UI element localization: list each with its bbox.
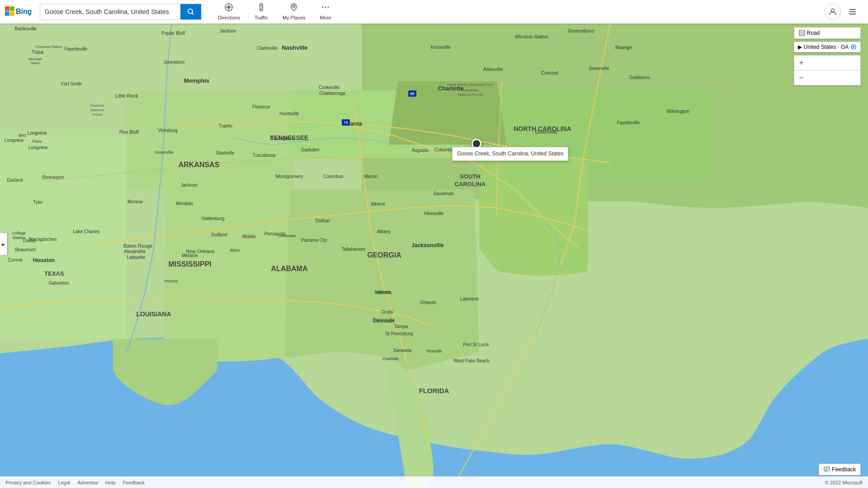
svg-text:Fayetteville: Fayetteville [617,120,640,125]
svg-text:Bartlesville: Bartlesville [15,26,37,31]
svg-point-136 [325,6,326,8]
svg-rect-122 [5,6,9,11]
svg-text:Longview: Longview [5,138,24,143]
menu-button[interactable] [844,4,861,20]
svg-point-121 [216,163,217,165]
sidebar-toggle[interactable]: ▶ [0,233,7,255]
svg-point-132 [260,6,262,8]
svg-text:Ouachita: Ouachita [90,103,105,108]
svg-text:Tallahassee: Tallahassee [342,247,366,252]
svg-text:Paris: Paris [33,139,42,144]
svg-text:Alexandria: Alexandria [124,249,146,254]
svg-text:Shreveport: Shreveport [42,175,64,180]
svg-text:Clarksville: Clarksville [257,46,278,51]
svg-text:Meridian: Meridian [176,201,193,206]
location-strip[interactable]: ▶ United States · GA [794,42,861,52]
svg-point-134 [293,5,295,7]
road-label: Road [807,30,820,36]
svg-text:Montgomery: Montgomery [275,174,303,179]
svg-text:Beaumont: Beaumont [15,247,36,252]
locate-icon [850,44,857,50]
svg-text:Tampa: Tampa [394,324,408,329]
svg-rect-124 [5,11,9,16]
nav-my-places[interactable]: My Places [276,0,312,23]
location-text: United States · GA [804,44,849,50]
nav-directions[interactable]: Directions [212,0,246,23]
svg-text:Greenville: Greenville [155,150,174,155]
svg-text:Longview: Longview [28,131,47,136]
svg-text:Asheville: Asheville [483,66,503,72]
svg-text:ano: ano [19,133,26,138]
my-places-icon [289,3,298,14]
svg-text:Gulfport: Gulfport [211,232,227,237]
svg-text:Gadsden: Gadsden [301,147,320,152]
svg-text:Jacksonville: Jacksonville [411,242,444,249]
svg-text:CAROLINA: CAROLINA [455,181,486,188]
svg-text:Charlotte: Charlotte [382,357,399,361]
search-button[interactable] [180,4,201,19]
svg-text:Houma: Houma [164,279,177,283]
svg-text:Memphis: Memphis [184,77,209,84]
svg-text:Athens: Athens [371,202,385,206]
svg-text:Clearwater: Clearwater [373,319,395,324]
privacy-link[interactable]: Privacy and Cookies [5,480,51,485]
road-icon [799,30,805,36]
svg-text:Valdosta: Valdosta [375,290,391,294]
svg-text:Chattanooga: Chattanooga [319,91,345,96]
svg-text:Galveston: Galveston [48,281,69,286]
user-profile-button[interactable] [825,4,841,20]
more-icon [321,3,330,14]
svg-text:TEXAS: TEXAS [44,270,64,277]
footer-feedback-link[interactable]: Feedback [123,480,145,485]
svg-text:Poplar Bluff: Poplar Bluff [161,31,185,36]
svg-text:National Forest: National Forest [458,93,483,97]
svg-text:SOUTH: SOUTH [460,173,481,180]
svg-line-128 [192,13,194,15]
svg-text:Metairie: Metairie [182,253,198,258]
svg-point-137 [328,6,329,8]
bing-logo[interactable]: Bing [0,0,36,23]
zoom-out-button[interactable]: − [794,70,809,85]
more-label: More [320,15,331,20]
feedback-button[interactable]: Feedback [819,464,861,475]
svg-text:MISSISSIPPI: MISSISSIPPI [168,260,211,268]
svg-text:Tupelo: Tupelo [219,123,233,128]
footer: Privacy and Cookies Legal Advertise Help… [0,476,868,488]
svg-text:Conroe: Conroe [8,258,23,263]
svg-text:Knoxville: Knoxville [431,44,451,50]
svg-text:Jackson: Jackson [181,183,198,188]
svg-text:Greenville: Greenville [535,129,557,135]
svg-text:Tyler: Tyler [33,200,43,205]
nav-more[interactable]: More [314,0,338,23]
svg-text:Monroe: Monroe [127,199,143,204]
svg-text:College: College [12,231,26,235]
nav-traffic[interactable]: Traffic [248,0,274,23]
svg-text:Jackson: Jackson [220,28,236,33]
svg-text:Huntsville: Huntsville [279,111,299,116]
directions-icon [224,3,233,14]
svg-text:LOUISIANA: LOUISIANA [137,310,171,318]
svg-rect-123 [10,6,14,11]
svg-text:Orlando: Orlando [420,300,436,305]
svg-text:Greensboro: Greensboro [568,28,594,33]
svg-text:Longview: Longview [28,145,48,150]
svg-text:St Petersburg: St Petersburg [385,331,413,336]
svg-text:Raleigh: Raleigh [615,45,632,50]
directions-label: Directions [218,15,240,20]
svg-text:Pine Bluff: Pine Bluff [119,130,139,135]
svg-text:Nashville: Nashville [282,44,307,51]
svg-text:Savannah: Savannah [433,191,453,196]
search-input[interactable] [40,4,180,19]
search-container[interactable] [40,4,203,20]
help-link[interactable]: Help [105,480,116,485]
advertise-link[interactable]: Advertise [77,480,98,485]
map-container[interactable]: ARKANSAS TENNESSEE MISSISSIPPI ALABAMA G… [0,0,868,488]
svg-text:Nation: Nation [31,61,40,65]
legal-link[interactable]: Legal [58,480,70,485]
feedback-label: Feedback [832,466,856,473]
zoom-in-button[interactable]: + [794,56,809,70]
road-view-button[interactable]: Road [794,27,861,39]
chevron-icon: ▶ [798,44,802,50]
hamburger-icon [849,8,857,16]
svg-text:Port St Lucie: Port St Lucie [463,342,489,347]
